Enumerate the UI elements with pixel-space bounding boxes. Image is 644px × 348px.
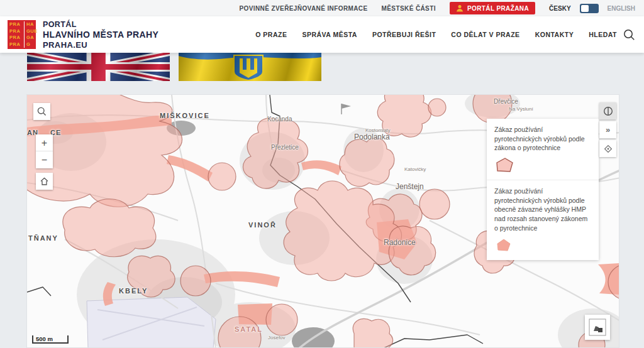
site-title-line2: HLAVNÍHO MĚSTA PRAHY <box>43 30 158 40</box>
language-toggle[interactable] <box>580 4 599 13</box>
legend-panel: Zákaz používání pyrotechnických výrobků … <box>487 119 599 260</box>
ukraine-flag-banner[interactable] <box>179 53 321 81</box>
map-search-button[interactable] <box>33 103 50 120</box>
lang-english-label[interactable]: ENGLISH <box>608 5 635 12</box>
zoom-in-button[interactable]: + <box>36 134 53 151</box>
map-place-label: Na Výsluní <box>509 106 533 112</box>
basemap-thumbnail-icon <box>589 318 606 336</box>
portal-prazana-label: PORTÁL PRAŽANA <box>467 5 529 12</box>
nav-hledat[interactable]: HLEDAT <box>589 31 617 38</box>
scale-bar: 500 m <box>32 335 69 344</box>
legend-swatch-solid <box>496 237 514 254</box>
basemap-toggle-button[interactable] <box>585 315 610 340</box>
legend-swatch-outlined <box>496 157 514 173</box>
map-place-label: Katovičky <box>404 166 426 172</box>
locate-button[interactable] <box>599 140 616 157</box>
nav-co-d-lat-v-praze[interactable]: CO DĚLAT V PRAZE <box>451 31 519 38</box>
logo-text-cell: PRA <box>9 41 24 48</box>
topbar-link-mestske-casti[interactable]: MĚSTSKÉ ČÁSTI <box>382 5 436 12</box>
map-place-label: Dřevčice <box>494 98 518 105</box>
map-canvas[interactable]: MIŠKOVICEKocandaPřezleticeKostomlatyPodo… <box>26 94 619 348</box>
nav-o-praze[interactable]: O PRAZE <box>255 31 287 38</box>
logo-text-cell: PRA <box>9 21 24 28</box>
site-title-line1: PORTÁL <box>43 19 158 30</box>
praha-logo[interactable]: PRAHAPRAGUEPRAGAPRAG <box>8 20 36 49</box>
map-place-label: Radonice <box>384 238 416 247</box>
logo-text-cell: PRA <box>9 35 24 41</box>
legend-item-label: Zákaz používání pyrotechnických výrobků … <box>494 187 591 232</box>
map-place-label: VINOŘ <box>248 221 277 229</box>
map-place-label: Podolanka <box>354 133 390 141</box>
map-place-label: MIŠKOVICE <box>160 112 210 119</box>
map-place-label: SATAL <box>235 325 263 333</box>
map-place-label: Přezletice <box>271 144 299 151</box>
map-place-label: Jenštejn <box>396 182 424 191</box>
zoom-controls: + − <box>36 134 53 168</box>
logo-text-cell: HA <box>24 21 36 28</box>
home-extent-button[interactable] <box>36 173 53 190</box>
legend-item: Zákaz používání pyrotechnických výrobků … <box>487 119 599 180</box>
top-utility-bar: POVINNĚ ZVEŘEJŇOVANÉ INFORMACE MĚSTSKÉ Č… <box>0 0 644 16</box>
info-button[interactable] <box>599 102 616 119</box>
nav-pot-ebuji-e-it[interactable]: POTŘEBUJI ŘEŠIT <box>372 31 436 38</box>
map-place-label: TŇANY <box>28 234 58 242</box>
page: POVINNĚ ZVEŘEJŇOVANÉ INFORMACE MĚSTSKÉ Č… <box>0 0 644 348</box>
site-title-line3: PRAHA.EU <box>43 40 158 50</box>
nav-kontakty[interactable]: KONTAKTY <box>535 31 574 38</box>
main-nav: O PRAZESPRÁVA MĚSTAPOTŘEBUJI ŘEŠITCO DĚL… <box>255 31 623 38</box>
uk-flag-banner[interactable] <box>27 53 170 81</box>
site-title[interactable]: PORTÁL HLAVNÍHO MĚSTA PRAHY PRAHA.EU <box>43 19 158 50</box>
logo-text-cell: GUE <box>24 28 36 35</box>
toggle-knob <box>581 5 589 12</box>
topbar-link-povinne-informace[interactable]: POVINNĚ ZVEŘEJŇOVANÉ INFORMACE <box>240 5 368 12</box>
site-header: PRAHAPRAGUEPRAGAPRAG PORTÁL HLAVNÍHO MĚS… <box>0 16 644 53</box>
person-icon <box>456 4 464 12</box>
nav-spr-va-m-sta[interactable]: SPRÁVA MĚSTA <box>302 31 357 38</box>
map-place-label: Kocanda <box>267 116 292 122</box>
portal-prazana-button[interactable]: PORTÁL PRAŽANA <box>450 2 535 14</box>
collapse-panel-button[interactable]: » <box>599 121 616 138</box>
lang-cesky-label[interactable]: ČESKY <box>549 5 570 12</box>
header-search-icon[interactable] <box>623 29 635 41</box>
flag-marker-icon <box>341 104 351 114</box>
scale-label: 500 m <box>33 335 53 342</box>
logo-text-cell: GA <box>24 35 36 41</box>
legend-item: Zákaz používání pyrotechnických výrobků … <box>487 180 599 259</box>
logo-text-cell: G <box>24 41 36 48</box>
legend-item-label: Zákaz používání pyrotechnických výrobků … <box>494 125 591 153</box>
map-place-label: KBELY <box>119 287 148 295</box>
zoom-out-button[interactable]: − <box>36 151 53 168</box>
map-place-label: Josefov <box>268 335 286 340</box>
flag-banners <box>27 53 321 81</box>
logo-text-cell: PRA <box>9 28 24 35</box>
